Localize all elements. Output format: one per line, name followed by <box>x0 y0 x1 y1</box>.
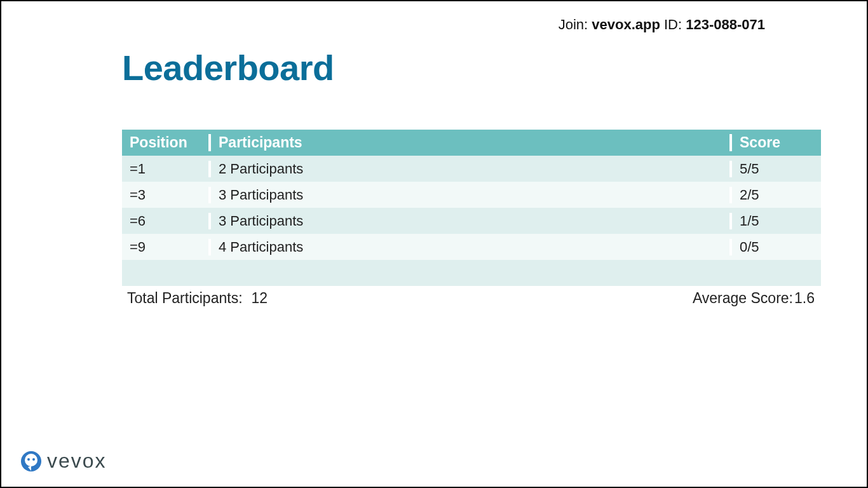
join-domain: vevox.app <box>592 17 660 32</box>
cell-score: 1/5 <box>732 213 821 229</box>
svg-point-1 <box>25 454 37 466</box>
brand-name: vevox <box>47 449 107 473</box>
id-prefix: ID: <box>660 17 686 32</box>
join-prefix: Join: <box>559 17 592 32</box>
cell-position: =6 <box>122 213 211 229</box>
join-instructions: Join: vevox.app ID: 123-088-071 <box>559 17 765 33</box>
table-row <box>122 260 821 286</box>
total-participants-value: 12 <box>252 290 268 307</box>
leaderboard-table: Position Participants Score =1 2 Partici… <box>122 130 821 286</box>
average-score-label: Average Score: <box>693 290 793 307</box>
cell-position: =9 <box>122 239 211 255</box>
cell-score: 5/5 <box>732 161 821 177</box>
cell-participants: 4 Participants <box>211 239 732 255</box>
vevox-icon <box>20 451 42 472</box>
col-header-position: Position <box>122 134 211 151</box>
average-score-value: 1.6 <box>794 290 815 307</box>
table-row: =6 3 Participants 1/5 <box>122 208 821 234</box>
session-id: 123-088-071 <box>686 17 765 32</box>
cell-participants: 2 Participants <box>211 161 732 177</box>
total-participants-label: Total Participants: <box>127 290 243 307</box>
totals-line: Total Participants: 12 Average Score: 1.… <box>127 290 815 307</box>
table-row: =3 3 Participants 2/5 <box>122 182 821 208</box>
col-header-participants: Participants <box>211 134 732 151</box>
cell-position: =3 <box>122 187 211 203</box>
cell-position: =1 <box>122 161 211 177</box>
slide-frame: Join: vevox.app ID: 123-088-071 Leaderbo… <box>0 0 868 488</box>
svg-point-2 <box>27 458 30 461</box>
average-score: Average Score: 1.6 <box>693 290 815 307</box>
cell-participants: 3 Participants <box>211 187 732 203</box>
svg-point-3 <box>32 458 35 461</box>
cell-participants: 3 Participants <box>211 213 732 229</box>
page-title: Leaderboard <box>122 47 334 88</box>
total-participants: Total Participants: 12 <box>127 290 268 307</box>
cell-score: 0/5 <box>732 239 821 255</box>
cell-score: 2/5 <box>732 187 821 203</box>
brand-logo: vevox <box>20 449 107 473</box>
table-row: =9 4 Participants 0/5 <box>122 234 821 260</box>
col-header-score: Score <box>732 134 821 151</box>
table-row: =1 2 Participants 5/5 <box>122 156 821 182</box>
table-header-row: Position Participants Score <box>122 130 821 156</box>
